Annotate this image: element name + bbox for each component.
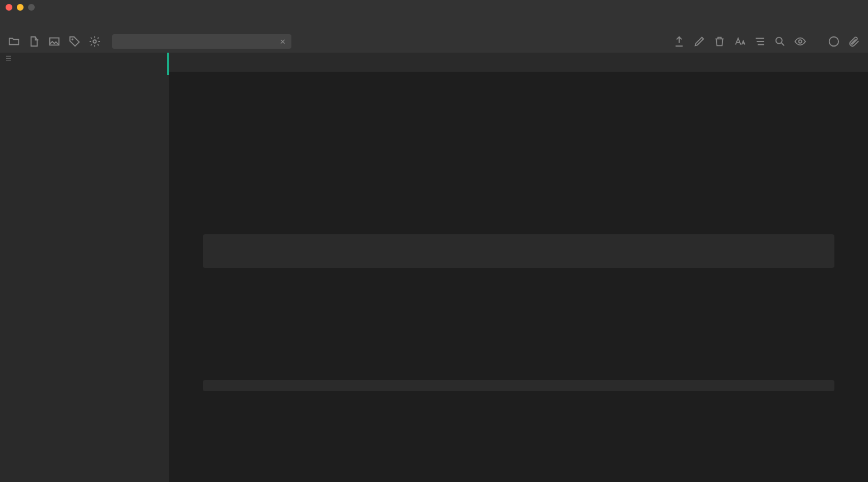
svg-point-2 — [93, 40, 96, 43]
main: ☰ — [0, 53, 868, 482]
svg-point-4 — [799, 40, 802, 43]
svg-point-5 — [829, 37, 839, 47]
preview-icon[interactable] — [794, 35, 806, 48]
search-clear-icon[interactable]: ✕ — [280, 38, 286, 46]
tree-icon: ☰ — [6, 55, 12, 63]
search-icon[interactable] — [774, 35, 786, 48]
attachment-icon[interactable] — [848, 35, 860, 48]
settings-icon[interactable] — [89, 35, 101, 48]
code-block — [203, 380, 834, 391]
new-file-icon[interactable] — [28, 35, 40, 48]
content — [169, 53, 868, 482]
editor[interactable] — [169, 72, 868, 482]
export-icon[interactable] — [673, 35, 685, 48]
tags-icon[interactable] — [68, 35, 81, 48]
pomodoro-icon[interactable] — [828, 35, 840, 48]
svg-point-3 — [776, 38, 782, 44]
search-input[interactable] — [118, 38, 280, 46]
toc-icon[interactable] — [754, 35, 766, 48]
menubar — [0, 15, 868, 30]
sidebar-header: ☰ — [0, 53, 169, 65]
titlebar — [0, 0, 868, 15]
image-icon[interactable] — [48, 35, 61, 48]
tabbar — [169, 53, 868, 72]
code-block — [203, 234, 834, 268]
search-box[interactable]: ✕ — [112, 34, 291, 49]
toolbar: ✕ — [0, 30, 868, 53]
close-window-button[interactable] — [6, 4, 12, 11]
window-controls — [6, 4, 35, 11]
maximize-window-button[interactable] — [28, 4, 35, 11]
minimize-window-button[interactable] — [17, 4, 24, 11]
typography-icon[interactable] — [734, 35, 746, 48]
trash-icon[interactable] — [713, 35, 726, 48]
svg-point-1 — [72, 39, 73, 40]
open-folder-icon[interactable] — [8, 35, 20, 48]
edit-icon[interactable] — [693, 35, 705, 48]
sidebar: ☰ — [0, 53, 169, 482]
